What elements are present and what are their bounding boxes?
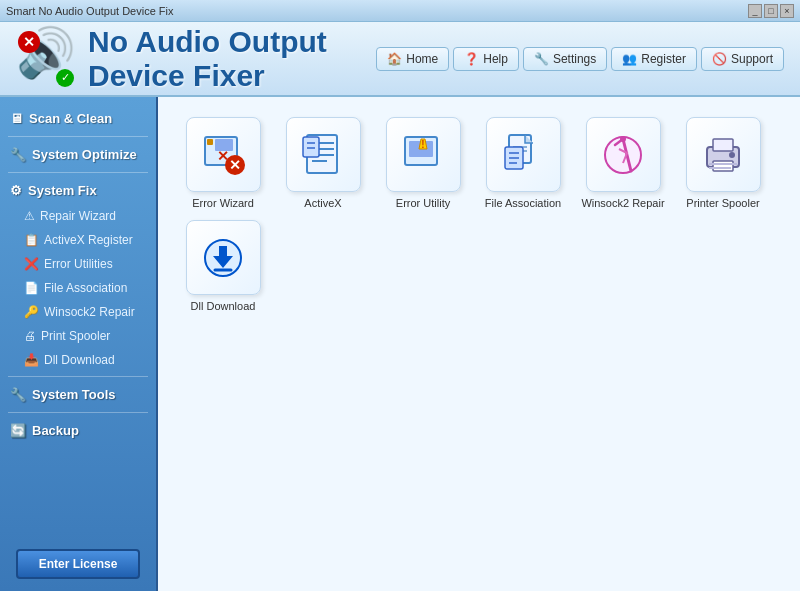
svg-rect-11 [303, 137, 319, 157]
settings-button[interactable]: 🔧 Settings [523, 47, 607, 71]
main-layout: 🖥 Scan & Clean 🔧 System Optimize ⚙ Syste… [0, 97, 800, 591]
register-button[interactable]: 👥 Register [611, 47, 697, 71]
divider-4 [8, 412, 148, 413]
clipboard-icon: 📋 [24, 233, 39, 247]
tool-dll-download[interactable]: Dll Download [178, 220, 268, 313]
warning-icon: ⚠ [24, 209, 35, 223]
divider-1 [8, 136, 148, 137]
sidebar-item-scan-clean[interactable]: 🖥 Scan & Clean [0, 105, 156, 132]
dll-download-icon [199, 234, 247, 282]
app-title: No Audio Output Device Fixer [88, 25, 376, 93]
header: 🔊 ✕ ✓ No Audio Output Device Fixer 🏠 Hom… [0, 22, 800, 97]
tool-error-utility[interactable]: ! Error Utility [378, 117, 468, 210]
minimize-button[interactable]: _ [748, 4, 762, 18]
error-utility-icon: ! [399, 131, 447, 179]
divider-2 [8, 172, 148, 173]
svg-point-33 [729, 152, 735, 158]
sidebar-item-print-spooler[interactable]: 🖨 Print Spooler [0, 324, 156, 348]
enter-license-button[interactable]: Enter License [16, 549, 140, 579]
x-badge: ✕ [18, 31, 40, 53]
backup-icon: 🔄 [10, 423, 26, 438]
gear-icon: ⚙ [10, 183, 22, 198]
printer-spooler-icon [699, 131, 747, 179]
file-association-icon-box[interactable] [486, 117, 561, 192]
svg-rect-2 [207, 139, 213, 145]
error-wizard-label: Error Wizard [192, 196, 254, 210]
sidebar-item-winsock2-repair[interactable]: 🔑 Winsock2 Repair [0, 300, 156, 324]
error-utility-icon-box[interactable]: ! [386, 117, 461, 192]
download-icon: 📥 [24, 353, 39, 367]
sidebar-item-repair-wizard[interactable]: ⚠ Repair Wizard [0, 204, 156, 228]
dll-download-icon-box[interactable] [186, 220, 261, 295]
svg-rect-35 [709, 167, 731, 169]
error-icon: ❌ [24, 257, 39, 271]
title-bar: Smart No Audio Output Device Fix _ □ × [0, 0, 800, 22]
divider-3 [8, 376, 148, 377]
sidebar-item-error-utilities[interactable]: ❌ Error Utilities [0, 252, 156, 276]
svg-rect-32 [713, 161, 733, 171]
file-association-icon [499, 131, 547, 179]
svg-point-29 [620, 136, 626, 142]
sidebar-item-dll-download[interactable]: 📥 Dll Download [0, 348, 156, 372]
tool-error-wizard[interactable]: ✕ ✕ Error Wizard [178, 117, 268, 210]
svg-text:✕: ✕ [229, 157, 241, 173]
help-button[interactable]: ❓ Help [453, 47, 519, 71]
activex-icon-box[interactable] [286, 117, 361, 192]
tool-printer-spooler[interactable]: Printer Spooler [678, 117, 768, 210]
printer-spooler-label: Printer Spooler [686, 196, 759, 210]
sidebar-item-system-tools[interactable]: 🔧 System Tools [0, 381, 156, 408]
tools-icon: 🔧 [10, 387, 26, 402]
winsock2-icon [599, 131, 647, 179]
home-button[interactable]: 🏠 Home [376, 47, 449, 71]
app-icon: 🔊 ✕ ✓ [16, 29, 76, 89]
svg-text:!: ! [421, 139, 424, 150]
tool-activex[interactable]: ActiveX [278, 117, 368, 210]
support-button[interactable]: 🚫 Support [701, 47, 784, 71]
close-button[interactable]: × [780, 4, 794, 18]
check-badge: ✓ [56, 69, 74, 87]
sidebar-item-activex-register[interactable]: 📋 ActiveX Register [0, 228, 156, 252]
tool-file-association[interactable]: File Association [478, 117, 568, 210]
maximize-button[interactable]: □ [764, 4, 778, 18]
title-bar-buttons: _ □ × [748, 4, 794, 18]
file-association-label: File Association [485, 196, 561, 210]
header-nav: 🏠 Home ❓ Help 🔧 Settings 👥 Register 🚫 Su… [376, 47, 784, 71]
error-wizard-icon: ✕ ✕ [199, 131, 247, 179]
activex-label: ActiveX [304, 196, 341, 210]
svg-rect-31 [713, 139, 733, 151]
dll-download-label: Dll Download [191, 299, 256, 313]
sidebar: 🖥 Scan & Clean 🔧 System Optimize ⚙ Syste… [0, 97, 158, 591]
winsock2-label: Winsock2 Repair [581, 196, 664, 210]
printer-icon: 🖨 [24, 329, 36, 343]
document-icon: 📄 [24, 281, 39, 295]
content-area: ✕ ✕ Error Wizard [158, 97, 800, 591]
sidebar-item-system-optimize[interactable]: 🔧 System Optimize [0, 141, 156, 168]
svg-rect-34 [709, 163, 737, 165]
monitor-icon: 🖥 [10, 111, 23, 126]
activex-icon [299, 131, 347, 179]
printer-spooler-icon-box[interactable] [686, 117, 761, 192]
sidebar-item-backup[interactable]: 🔄 Backup [0, 417, 156, 444]
sidebar-item-system-fix[interactable]: ⚙ System Fix [0, 177, 156, 204]
tool-winsock2-repair[interactable]: Winsock2 Repair [578, 117, 668, 210]
sidebar-item-file-association[interactable]: 📄 File Association [0, 276, 156, 300]
error-utility-label: Error Utility [396, 196, 450, 210]
tool-grid: ✕ ✕ Error Wizard [178, 117, 780, 314]
error-wizard-icon-box[interactable]: ✕ ✕ [186, 117, 261, 192]
title-bar-text: Smart No Audio Output Device Fix [6, 5, 748, 17]
key-icon: 🔑 [24, 305, 39, 319]
wrench-icon: 🔧 [10, 147, 26, 162]
winsock2-icon-box[interactable] [586, 117, 661, 192]
